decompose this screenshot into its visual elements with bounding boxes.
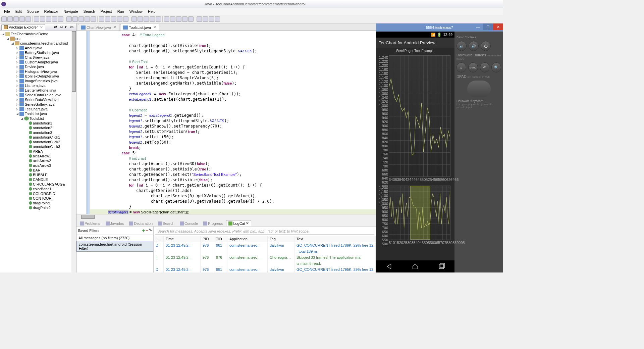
toolbar-button[interactable] — [150, 16, 155, 22]
tree-file[interactable]: ▷ListItemPhone.java — [15, 88, 75, 93]
device-screen[interactable]: 📶 🔋 12:49 TeeChart for Android Preview S… — [376, 32, 454, 272]
toolbar-button[interactable] — [52, 16, 57, 22]
toolbar-button[interactable] — [170, 16, 175, 22]
tree-member[interactable]: annotation2 — [25, 126, 75, 130]
toolbar-button[interactable] — [66, 16, 72, 22]
tree-member[interactable]: BUBBLE — [25, 172, 75, 177]
bottom-tab-progress[interactable]: Progress — [201, 221, 225, 226]
tree-file[interactable]: ▷HistogramView.java — [15, 69, 75, 74]
log-header-cell[interactable]: L... — [154, 236, 164, 242]
tree-member[interactable]: dragPoint2 — [25, 205, 75, 210]
toolbar-button[interactable] — [117, 16, 122, 22]
minimize-icon[interactable]: ▭ — [70, 25, 75, 30]
tree-file[interactable]: ▷ImageStatistics.java — [15, 79, 75, 83]
log-header-cell[interactable]: PID — [201, 236, 214, 242]
tree-package[interactable]: ◢com.steema.teechart.android — [11, 41, 75, 46]
menu-icon[interactable]: ▾ — [65, 25, 69, 30]
volume-up-button[interactable]: 🔊 — [469, 41, 479, 51]
remove-filter-icon[interactable]: − — [146, 228, 148, 233]
tree-scrollbar[interactable] — [71, 31, 76, 272]
toolbar-button[interactable] — [131, 16, 137, 22]
log-row[interactable]: ts main thread. — [154, 260, 376, 266]
tree-member[interactable]: CIRCULARGAUGE — [25, 182, 75, 187]
avd-search-button[interactable]: 🔍 — [491, 62, 501, 72]
menu-project[interactable]: Project — [98, 9, 114, 14]
close-icon[interactable]: ✕ — [113, 25, 116, 30]
tree-member[interactable]: CANDLE — [25, 177, 75, 182]
bottom-tab-search[interactable]: Search — [156, 221, 176, 226]
fold-bar[interactable] — [87, 31, 90, 214]
log-header-cell[interactable]: Application — [227, 236, 268, 242]
tree-file[interactable]: ▷SeriesDataView.java — [15, 97, 75, 102]
tree-file[interactable]: ▷SeriesGallery.java — [15, 102, 75, 107]
toolbar-button[interactable] — [164, 16, 169, 22]
tree-src[interactable]: ◢src — [6, 36, 75, 41]
menu-help[interactable]: Help — [145, 9, 158, 14]
logcat-search-input[interactable]: Search for messages. Accepts Java regexe… — [155, 228, 374, 235]
toolbar-button[interactable] — [58, 16, 63, 22]
toolbar-button[interactable] — [72, 16, 78, 22]
filter-all-messages[interactable]: All messages (no filters) (2720) — [76, 235, 153, 241]
tree-member[interactable]: CONTOUR — [25, 196, 75, 201]
tree-member[interactable]: annotationClick1 — [25, 135, 75, 140]
tree-file[interactable]: ▷Device.java — [15, 64, 75, 69]
tree-file[interactable]: ▷CustomAdapter.java — [15, 60, 75, 64]
toolbar-button[interactable] — [176, 16, 181, 22]
toolbar-button[interactable] — [34, 16, 39, 22]
tree-file[interactable]: ▷IconTextAdapter.java — [15, 74, 75, 79]
tree-member[interactable]: BAR — [25, 168, 75, 172]
toolbar-button[interactable] — [78, 16, 84, 22]
editor-h-scrollbar[interactable] — [76, 214, 376, 219]
menu-search[interactable]: Search — [81, 9, 98, 14]
menu-navigate[interactable]: Navigate — [61, 9, 80, 14]
toolbar-button[interactable] — [85, 16, 90, 22]
code-editor[interactable]: case 4: // Extra Legend chart.getLegend(… — [90, 31, 376, 214]
toolbar-button[interactable] — [123, 16, 128, 22]
bottom-tab-problems[interactable]: Problems — [78, 221, 102, 226]
log-row[interactable]: D01-23 12:49:2...976981com.steema.teec..… — [154, 242, 376, 248]
collapse-icon[interactable]: ⇄ — [54, 25, 59, 30]
toolbar-button[interactable] — [203, 16, 208, 22]
tree-file[interactable]: ▷SeriesDataDialog.java — [15, 93, 75, 97]
bottom-tab-logcat[interactable]: LogCat ✕ — [226, 220, 251, 226]
home-button[interactable] — [412, 263, 419, 270]
editor-tab[interactable]: ChartView.java✕ — [78, 24, 119, 31]
toolbar-button[interactable] — [209, 16, 214, 22]
tree-file[interactable]: ▷ChartView.java — [15, 55, 75, 60]
tree-file[interactable]: ▷BatteryStatistics.java — [15, 50, 75, 55]
toolbar-button[interactable] — [7, 16, 13, 22]
avd-home-button[interactable]: ⌂ — [457, 62, 466, 72]
filter-session[interactable]: com.steema.teechart.android (Session Fil… — [76, 241, 153, 252]
tree-file[interactable]: ◢ToolsList.java — [15, 111, 75, 116]
tree-file[interactable]: ▷About.java — [15, 46, 75, 50]
log-header-cell[interactable]: TID — [214, 236, 227, 242]
tree-file[interactable]: ▷TeeChart.java — [15, 107, 75, 111]
tree-member[interactable]: AREA — [25, 149, 75, 154]
toolbar-button[interactable] — [99, 16, 104, 22]
log-row[interactable]: D01-23 12:49:2...976981com.steema.teec..… — [154, 266, 376, 272]
maximize-button[interactable]: ☐ — [483, 23, 493, 30]
bottom-tab-javadoc[interactable]: Javadoc — [104, 221, 126, 226]
project-tree[interactable]: ◢TeeChartAndroidDemo ◢src ◢com.steema.te… — [0, 31, 76, 272]
avd-menu-button[interactable]: MENU — [468, 62, 478, 72]
plot-area[interactable] — [389, 55, 450, 177]
tree-member[interactable]: axisArrow3 — [25, 163, 75, 168]
toolbar-button[interactable] — [1, 16, 7, 22]
close-icon[interactable]: ✕ — [40, 25, 43, 30]
menu-window[interactable]: Window — [127, 9, 145, 14]
close-button[interactable]: ✕ — [493, 23, 503, 30]
tree-member[interactable]: colorBand1 — [25, 187, 75, 191]
tree-member[interactable]: annotationClick3 — [25, 144, 75, 149]
toolbar-button[interactable] — [105, 16, 110, 22]
back-button[interactable] — [385, 263, 393, 270]
toolbar-button[interactable] — [13, 16, 19, 22]
toolbar-button[interactable] — [25, 16, 31, 22]
toolbar-button[interactable] — [40, 16, 45, 22]
menu-source[interactable]: Source — [24, 9, 42, 14]
edit-filter-icon[interactable]: ✎ — [149, 228, 152, 233]
power-button[interactable]: ⏻ — [481, 41, 491, 51]
pager-chart[interactable]: 1,2001,1501,1001,0501,000950900850800750… — [379, 186, 452, 246]
package-explorer-tab[interactable]: Package Explorer ✕ — [1, 24, 45, 30]
menu-run[interactable]: Run — [115, 9, 127, 14]
tree-member[interactable]: annotation3 — [25, 130, 75, 135]
